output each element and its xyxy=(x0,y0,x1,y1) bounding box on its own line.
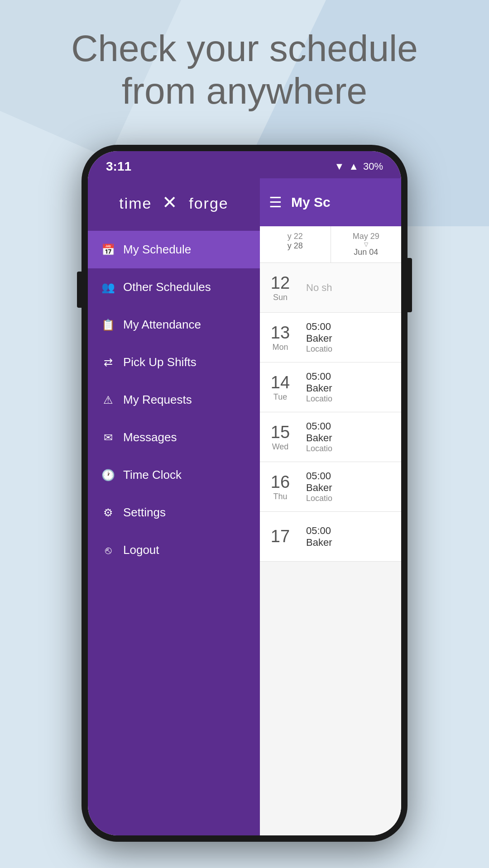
envelope-icon: ✉ xyxy=(101,431,115,444)
shift-time-wed: 05:00 xyxy=(306,420,396,432)
sidebar-item-settings[interactable]: ⚙ Settings xyxy=(88,494,260,531)
shift-role-mon: Baker xyxy=(306,333,396,344)
logo-x-icon: ✕ xyxy=(162,192,178,212)
day-col-mon: 13 Mon xyxy=(260,313,301,362)
phone-outer: 3:11 ▼ ▲ 30% time ✕ forge ☰ My Sc xyxy=(82,145,408,842)
sidebar-item-my-attendance[interactable]: 📋 My Attendance xyxy=(88,306,260,343)
calendar-icon: 📅 xyxy=(101,243,115,256)
day-col-tue: 14 Tue xyxy=(260,362,301,412)
day-num-14: 14 xyxy=(271,373,290,392)
schedule-row-thu: 16 Thu 05:00 Baker Locatio xyxy=(260,462,401,512)
sidebar-label-logout: Logout xyxy=(123,543,159,557)
shift-location-wed: Locatio xyxy=(306,444,396,453)
day-name-mon: Mon xyxy=(272,343,288,352)
headline-line2: from anywhere xyxy=(122,70,367,111)
page-title: My Sc xyxy=(291,195,331,210)
sidebar-item-other-schedules[interactable]: 👥 Other Schedules xyxy=(88,268,260,306)
shift-col-sun: No sh xyxy=(301,263,401,312)
day-name-tue: Tue xyxy=(273,392,287,402)
day-num-12: 12 xyxy=(271,273,290,293)
app-header: time ✕ forge ☰ My Sc xyxy=(88,178,401,226)
shift-time-mon: 05:00 xyxy=(306,321,396,333)
sidebar-item-my-requests[interactable]: ⚠ My Requests xyxy=(88,381,260,419)
day-num-13: 13 xyxy=(271,323,290,343)
shift-role-wed: Baker xyxy=(306,432,396,444)
schedule-row-fri: 17 05:00 Baker xyxy=(260,512,401,562)
phone-wrapper: 3:11 ▼ ▲ 30% time ✕ forge ☰ My Sc xyxy=(82,145,408,842)
headline-line1: Check your schedule xyxy=(71,28,418,69)
day-col-fri: 17 xyxy=(260,512,301,561)
hamburger-button[interactable]: ☰ xyxy=(269,194,282,211)
sidebar: 📅 My Schedule 👥 Other Schedules 📋 My Att… xyxy=(88,226,260,835)
day-name-sun: Sun xyxy=(273,293,288,302)
day-col-sun: 12 Sun xyxy=(260,263,301,312)
shift-location-thu: Locatio xyxy=(306,494,396,503)
status-bar: 3:11 ▼ ▲ 30% xyxy=(88,151,401,178)
shift-role-tue: Baker xyxy=(306,382,396,394)
schedule-row-sun: 12 Sun No sh xyxy=(260,263,401,313)
sidebar-label-my-requests: My Requests xyxy=(123,393,192,407)
app-body: 📅 My Schedule 👥 Other Schedules 📋 My Att… xyxy=(88,226,401,835)
sidebar-label-settings: Settings xyxy=(123,506,166,520)
week-selector: y 22 y 28 May 29 ▽ Jun 04 xyxy=(260,226,401,263)
shift-location-tue: Locatio xyxy=(306,394,396,404)
battery-indicator: 30% xyxy=(363,161,383,172)
sidebar-item-logout[interactable]: ⎋ Logout xyxy=(88,531,260,569)
schedule-panel: y 22 y 28 May 29 ▽ Jun 04 1 xyxy=(260,226,401,835)
people-icon: 👥 xyxy=(101,281,115,294)
sidebar-logo-area: time ✕ forge xyxy=(88,178,260,226)
sidebar-item-my-schedule[interactable]: 📅 My Schedule xyxy=(88,231,260,268)
app-logo: time ✕ forge xyxy=(119,192,229,213)
clipboard-icon: 📋 xyxy=(101,319,115,331)
shift-col-mon: 05:00 Baker Locatio xyxy=(301,313,401,362)
sidebar-item-time-clock[interactable]: 🕐 Time Clock xyxy=(88,456,260,494)
shift-time-tue: 05:00 xyxy=(306,371,396,382)
sidebar-label-time-clock: Time Clock xyxy=(123,468,182,482)
sidebar-item-messages[interactable]: ✉ Messages xyxy=(88,419,260,456)
shift-col-tue: 05:00 Baker Locatio xyxy=(301,362,401,412)
day-name-wed: Wed xyxy=(272,442,289,452)
day-col-thu: 16 Thu xyxy=(260,462,301,511)
shift-col-thu: 05:00 Baker Locatio xyxy=(301,462,401,511)
signal-icon: ▲ xyxy=(349,161,359,172)
schedule-row-mon: 13 Mon 05:00 Baker Locatio xyxy=(260,313,401,362)
gear-icon: ⚙ xyxy=(101,506,115,519)
schedule-rows: 12 Sun No sh 13 Mon xyxy=(260,263,401,835)
shift-role-fri: Baker xyxy=(306,537,396,548)
week2-sub: Jun 04 xyxy=(335,248,398,257)
day-col-wed: 15 Wed xyxy=(260,412,301,462)
shift-location-mon: Locatio xyxy=(306,344,396,354)
day-name-thu: Thu xyxy=(273,492,287,501)
shift-time-thu: 05:00 xyxy=(306,470,396,482)
week-col-1[interactable]: y 22 y 28 xyxy=(260,226,331,262)
shift-col-wed: 05:00 Baker Locatio xyxy=(301,412,401,462)
day-num-15: 15 xyxy=(271,423,290,442)
clock-icon: 🕐 xyxy=(101,469,115,482)
week-col-2[interactable]: May 29 ▽ Jun 04 xyxy=(331,226,402,262)
sidebar-label-messages: Messages xyxy=(123,430,177,444)
week2-range: May 29 ▽ xyxy=(335,232,398,248)
day-num-16: 16 xyxy=(271,472,290,492)
wifi-icon: ▼ xyxy=(334,161,344,172)
logout-icon: ⎋ xyxy=(101,544,115,557)
schedule-row-wed: 15 Wed 05:00 Baker Locatio xyxy=(260,412,401,462)
sidebar-label-other-schedules: Other Schedules xyxy=(123,280,211,294)
week1-range: y 22 xyxy=(264,232,327,241)
shift-time-fri: 05:00 xyxy=(306,525,396,537)
shift-role-thu: Baker xyxy=(306,482,396,494)
shift-col-fri: 05:00 Baker xyxy=(301,512,401,561)
sidebar-label-my-attendance: My Attendance xyxy=(123,318,201,332)
day-num-17: 17 xyxy=(271,527,290,546)
no-shift-label: No sh xyxy=(306,282,396,294)
status-icons: ▼ ▲ 30% xyxy=(334,161,383,172)
phone-screen: 3:11 ▼ ▲ 30% time ✕ forge ☰ My Sc xyxy=(88,151,401,835)
status-time: 3:11 xyxy=(106,159,131,174)
schedule-row-tue: 14 Tue 05:00 Baker Locatio xyxy=(260,362,401,412)
sidebar-item-pick-up-shifts[interactable]: ⇄ Pick Up Shifts xyxy=(88,343,260,381)
content-header: ☰ My Sc xyxy=(260,178,401,226)
headline: Check your schedule from anywhere xyxy=(0,27,489,113)
sidebar-label-pick-up-shifts: Pick Up Shifts xyxy=(123,355,197,369)
arrows-icon: ⇄ xyxy=(101,356,115,369)
sidebar-label-my-schedule: My Schedule xyxy=(123,243,191,257)
week1-sub: y 28 xyxy=(264,241,327,251)
